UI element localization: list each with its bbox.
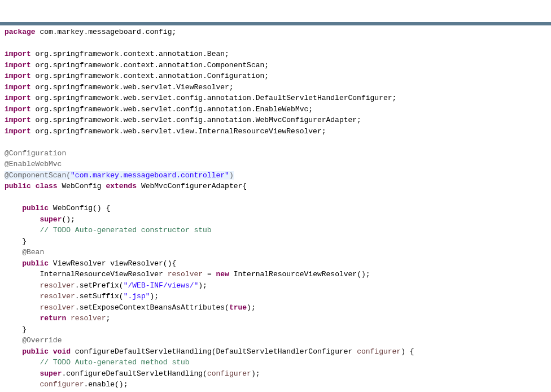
- enable-call: .enable();: [84, 380, 128, 389]
- setsuffix-string: ".jsp": [124, 292, 150, 300]
- keyword-import: import: [5, 83, 31, 92]
- method-sig-1: configureDefaultServletHandling(DefaultS…: [71, 347, 357, 356]
- annotation-bean: @Bean: [22, 248, 44, 256]
- setexpose-open: .setExposeContextBeansAsAttributes(: [75, 303, 229, 312]
- resolver-decl-type: InternalResourceViewResolver: [40, 270, 167, 278]
- ctor-sig: WebConfig() {: [49, 204, 110, 212]
- import-1: org.springframework.context.annotation.C…: [31, 61, 269, 69]
- resolver-var: resolver: [168, 270, 203, 278]
- keyword-super: super: [40, 369, 62, 378]
- viewresolver-sig: ViewResolver viewResolver(){: [49, 259, 176, 268]
- method-sig-2: ) {: [401, 347, 414, 356]
- keyword-import: import: [5, 116, 31, 124]
- keyword-extends: extends: [106, 182, 137, 190]
- keyword-package: package: [5, 28, 36, 36]
- keyword-super: super: [40, 215, 62, 224]
- setsuffix-open: .setSuffix(: [75, 292, 124, 300]
- keyword-public: public: [5, 182, 31, 190]
- keyword-void: void: [53, 347, 71, 356]
- import-7: org.springframework.web.servlet.view.Int…: [31, 127, 326, 136]
- code-block: package com.markey.messageboard.config; …: [5, 27, 546, 392]
- annotation-enablewebmvc: @EnableWebMvc: [5, 160, 62, 168]
- keyword-import: import: [5, 61, 31, 69]
- import-5: org.springframework.web.servlet.config.a…: [31, 105, 313, 114]
- resolver-decl-eq: =: [203, 270, 216, 278]
- keyword-return: return: [40, 314, 66, 323]
- keyword-import: import: [5, 127, 31, 136]
- class-name: WebConfig: [58, 182, 106, 190]
- componentscan-string: "com.markey.messageboard.controller": [71, 171, 229, 180]
- annotation-override: @Override: [22, 336, 62, 345]
- import-4: org.springframework.web.servlet.config.a…: [31, 94, 397, 102]
- super-call: ();: [62, 215, 75, 224]
- import-6: org.springframework.web.servlet.config.a…: [31, 116, 361, 124]
- keyword-public: public: [22, 204, 49, 212]
- resolver-var: resolver: [71, 314, 106, 323]
- highlighted-line: @ComponentScan("com.markey.messageboard.…: [5, 171, 234, 180]
- import-3: org.springframework.web.servlet.ViewReso…: [31, 83, 234, 92]
- keyword-class: class: [36, 182, 58, 190]
- keyword-import: import: [5, 94, 31, 102]
- keyword-new: new: [216, 270, 229, 278]
- resolver-var: resolver: [40, 292, 75, 300]
- annotation-configuration: @Configuration: [5, 149, 66, 158]
- keyword-import: import: [5, 72, 31, 80]
- configurer-var: configurer: [40, 380, 84, 389]
- top-bar: [0, 22, 551, 25]
- package-name: com.markey.messageboard.config;: [36, 28, 177, 36]
- brace-close: }: [22, 237, 27, 246]
- annotation-componentscan-close: ): [229, 171, 234, 180]
- comment-ctor: // TODO Auto-generated constructor stub: [40, 226, 211, 234]
- setprefix-open: .setPrefix(: [75, 281, 124, 290]
- super-call2-open: .configureDefaultServletHandling(: [62, 369, 207, 378]
- setprefix-close: );: [198, 281, 207, 290]
- annotation-componentscan-open: @ComponentScan(: [5, 171, 71, 180]
- import-0: org.springframework.context.annotation.B…: [31, 50, 229, 58]
- comment-method: // TODO Auto-generated method stub: [40, 358, 189, 367]
- keyword-true: true: [229, 303, 247, 312]
- super-call2-close: );: [251, 369, 260, 378]
- resolver-var: resolver: [40, 281, 75, 290]
- setsuffix-close: );: [150, 292, 159, 300]
- keyword-import: import: [5, 105, 31, 114]
- import-2: org.springframework.context.annotation.C…: [31, 72, 269, 80]
- brace-close: }: [22, 325, 27, 334]
- setexpose-close: );: [247, 303, 256, 312]
- keyword-import: import: [5, 50, 31, 58]
- keyword-public: public: [22, 347, 49, 356]
- configurer-var: configurer: [207, 369, 251, 378]
- keyword-public: public: [22, 259, 49, 268]
- setprefix-string: "/WEB-INF/views/": [124, 281, 199, 290]
- return-semicolon: ;: [106, 314, 110, 323]
- configurer-var: configurer: [357, 347, 401, 356]
- extends-name: WebMvcConfigurerAdapter{: [137, 182, 247, 190]
- resolver-decl-new: InternalResourceViewResolver();: [229, 270, 370, 278]
- resolver-var: resolver: [40, 303, 75, 312]
